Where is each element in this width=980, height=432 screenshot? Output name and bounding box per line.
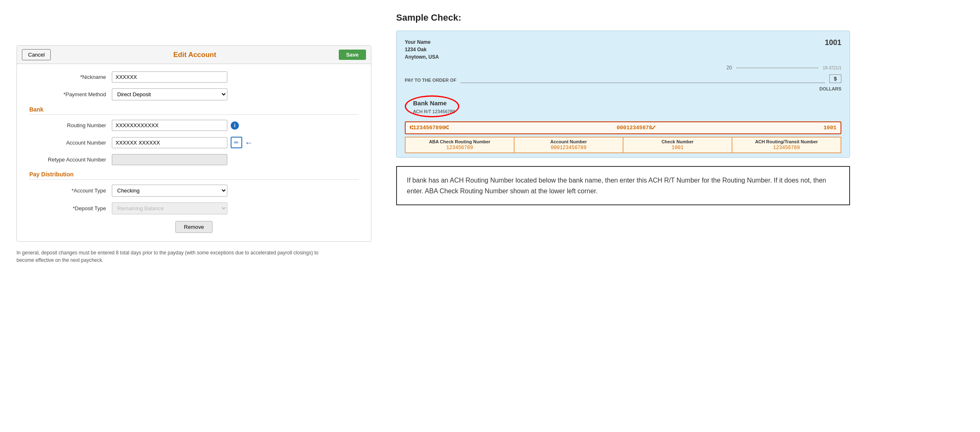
pay-distribution-label: Pay Distribution bbox=[29, 171, 359, 180]
check-number-value: 1001 bbox=[672, 145, 684, 151]
check-dollar-sign: $ bbox=[829, 74, 841, 83]
retype-account-input[interactable] bbox=[112, 154, 227, 165]
account-number-row: Account Number ✏ ← bbox=[29, 137, 359, 148]
cancel-button[interactable]: Cancel bbox=[22, 49, 51, 60]
check-owner-address2: Anytown, USA bbox=[405, 54, 439, 60]
check-owner-name: Your Name bbox=[405, 39, 430, 45]
aba-routing-value: 123456789 bbox=[446, 145, 473, 151]
bank-name-oval: Bank Name ACH R/T 123456789 bbox=[405, 95, 459, 117]
payment-method-row: *Payment Method Direct Deposit Check bbox=[29, 88, 359, 100]
check-pay-label: PAY TO THE ORDER OF bbox=[405, 77, 456, 83]
bank-name-text: Bank Name bbox=[405, 95, 459, 109]
check-date-line bbox=[736, 68, 819, 68]
account-number-input[interactable] bbox=[112, 137, 227, 148]
account-type-select[interactable]: Checking Savings bbox=[112, 185, 227, 197]
remove-button[interactable]: Remove bbox=[175, 221, 213, 233]
deposit-type-label: *Deposit Type bbox=[29, 205, 112, 211]
check-pay-row: PAY TO THE ORDER OF $ bbox=[405, 74, 841, 83]
footer-note: In general, deposit changes must be ente… bbox=[17, 249, 330, 264]
routing-number-label: Routing Number bbox=[29, 122, 112, 128]
bank-section: Bank Name ACH R/T 123456789 bbox=[405, 95, 841, 117]
bank-ach-text: ACH R/T 123456789 bbox=[405, 109, 459, 117]
aba-routing-title: ABA Check Routing Number bbox=[408, 139, 511, 144]
account-number-cell: Account Number 000123456789 bbox=[514, 137, 623, 153]
check-date-number: 20 bbox=[727, 65, 732, 71]
retype-account-row: Retype Account Number bbox=[29, 154, 359, 165]
account-type-row: *Account Type Checking Savings bbox=[29, 185, 359, 197]
sample-check-title: Sample Check: bbox=[396, 12, 963, 23]
check-owner-info: Your Name 1234 Oak Anytown, USA bbox=[405, 38, 439, 61]
sample-check: Your Name 1234 Oak Anytown, USA 1001 20 … bbox=[396, 31, 850, 158]
account-type-label: *Account Type bbox=[29, 188, 112, 194]
ach-routing-title: ACH Routing/Transit Number bbox=[735, 139, 838, 144]
retype-account-label: Retype Account Number bbox=[29, 157, 112, 163]
left-panel: Cancel Edit Account Save *Nickname *Paym… bbox=[17, 12, 371, 420]
micr-account: 00012345678⑇ bbox=[616, 125, 655, 131]
check-labels-row: ABA Check Routing Number 123456789 Accou… bbox=[405, 137, 841, 153]
save-button[interactable]: Save bbox=[339, 50, 366, 60]
routing-number-row: Routing Number i bbox=[29, 120, 359, 131]
check-owner-address1: 1234 Oak bbox=[405, 47, 427, 52]
nickname-row: *Nickname bbox=[29, 71, 359, 83]
check-fraction: 19-3721/1 bbox=[823, 66, 841, 70]
form-header: Cancel Edit Account Save bbox=[17, 46, 371, 64]
check-pay-line bbox=[460, 74, 825, 83]
check-number: 1001 bbox=[825, 38, 841, 47]
payment-method-label: *Payment Method bbox=[29, 91, 112, 97]
form-body: *Nickname *Payment Method Direct Deposit… bbox=[17, 64, 371, 241]
right-panel: Sample Check: Your Name 1234 Oak Anytown… bbox=[396, 12, 963, 420]
form-title: Edit Account bbox=[51, 51, 338, 59]
account-number-value: 000123456789 bbox=[551, 145, 586, 151]
ach-routing-value: 123456789 bbox=[773, 145, 800, 151]
check-dollars-label: DOLLARS bbox=[819, 86, 841, 91]
ach-routing-cell: ACH Routing/Transit Number 123456789 bbox=[732, 137, 841, 153]
micr-routing: ⑆1234567890⑆ bbox=[410, 125, 449, 131]
routing-info-icon[interactable]: i bbox=[231, 121, 239, 130]
account-edit-button[interactable]: ✏ bbox=[231, 137, 242, 148]
check-date-row: 20 19-3721/1 bbox=[405, 65, 841, 71]
deposit-type-select[interactable]: Remaining Balance Fixed Amount Percentag… bbox=[112, 202, 227, 214]
payment-method-select[interactable]: Direct Deposit Check bbox=[112, 88, 227, 100]
bank-section-label: Bank bbox=[29, 106, 359, 115]
account-number-title: Account Number bbox=[517, 139, 620, 144]
nickname-label: *Nickname bbox=[29, 74, 112, 80]
micr-check: 1001 bbox=[824, 125, 836, 131]
edit-account-form: Cancel Edit Account Save *Nickname *Paym… bbox=[17, 45, 371, 242]
check-number-cell: Check Number 1001 bbox=[623, 137, 732, 153]
check-top-row: Your Name 1234 Oak Anytown, USA 1001 bbox=[405, 38, 841, 61]
deposit-type-row: *Deposit Type Remaining Balance Fixed Am… bbox=[29, 202, 359, 214]
account-number-label: Account Number bbox=[29, 140, 112, 146]
micr-row: ⑆1234567890⑆ 00012345678⑇ 1001 bbox=[405, 121, 841, 134]
routing-number-input[interactable] bbox=[112, 120, 227, 131]
aba-routing-cell: ABA Check Routing Number 123456789 bbox=[405, 137, 514, 153]
arrow-icon: ← bbox=[245, 138, 253, 147]
check-number-title: Check Number bbox=[626, 139, 729, 144]
info-box: If bank has an ACH Routing Number locate… bbox=[396, 166, 850, 205]
nickname-input[interactable] bbox=[112, 71, 227, 83]
